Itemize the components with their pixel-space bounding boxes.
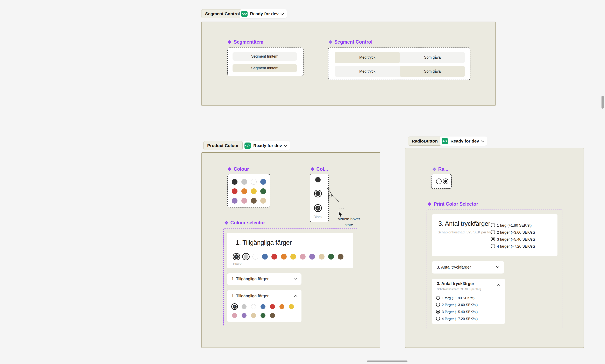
swatch-blue[interactable] [260, 304, 266, 309]
swatch-black-selected[interactable]: ✓ [314, 204, 322, 212]
swatch-yellow[interactable] [251, 188, 257, 194]
status-badge-product-colour[interactable]: Ready for dev [243, 141, 290, 150]
print-dropdown-expanded[interactable]: 3. Antal tryckfärger Schablonkostnad: 39… [432, 279, 505, 324]
radio-option-label[interactable]: 1 färg (+1.80 SEK/st) [497, 223, 532, 228]
swatch-brown[interactable] [270, 313, 275, 318]
check-icon: ✓ [235, 255, 238, 258]
status-badge-radiobutton[interactable]: Ready for dev [440, 137, 487, 146]
component-title-segment-control[interactable]: Segment Control [328, 39, 373, 45]
swatch-red[interactable] [271, 254, 277, 260]
swatch-green[interactable] [260, 313, 266, 318]
swatch-black-hover[interactable] [314, 190, 322, 197]
swatch-black-default[interactable] [315, 177, 321, 182]
dropdown-subtitle: Schablonkostnad: 395 SEK per färg [437, 287, 481, 291]
swatch-purple[interactable] [242, 313, 246, 318]
swatch-purple[interactable] [232, 198, 238, 204]
swatch-purple[interactable] [309, 254, 315, 260]
swatch-white[interactable] [253, 254, 258, 260]
radio-option-1[interactable] [436, 296, 440, 300]
radio-option-label[interactable]: 4 färger (+7.20 SEK/st) [442, 317, 478, 321]
swatch-blue[interactable] [262, 254, 268, 260]
status-badge-segment-control[interactable]: Ready for dev [240, 9, 287, 18]
component-title-col[interactable]: Col... [310, 166, 328, 172]
swatch-red[interactable] [232, 188, 238, 194]
colour-selector-card[interactable]: 1. Tillgängliga färger ✓ Black [227, 233, 353, 268]
colour-dropdown-collapsed[interactable]: 1. Tillgängliga färger [227, 273, 301, 285]
swatch-yellow[interactable] [290, 254, 296, 260]
radio-option-1[interactable] [491, 223, 495, 227]
swatch-gray-hover[interactable] [242, 253, 250, 260]
frame-colour[interactable] [227, 174, 270, 208]
vertical-scrollbar-thumb[interactable] [602, 96, 604, 109]
swatch-red[interactable] [270, 304, 275, 309]
horizontal-scrollbar-thumb[interactable] [367, 361, 407, 362]
radio-option-label[interactable]: 3 färger (+5.40 SEK/st) [497, 237, 535, 242]
radio-option-3-selected[interactable] [491, 237, 495, 241]
swatch-tan[interactable] [260, 198, 266, 204]
segmented-control-row2[interactable]: Med tryck Som gåva [335, 66, 465, 77]
radio-option-3-selected[interactable] [436, 310, 440, 314]
swatch-black-selected[interactable]: ✓ [231, 303, 238, 310]
component-title-colour[interactable]: Colour [227, 166, 249, 172]
segmented-control-row1[interactable]: Med tryck Som gåva [335, 52, 465, 63]
section-product-colour[interactable]: Colour Col... [202, 152, 380, 348]
colour-dropdown-expanded[interactable]: 1. Tillgängliga färger ✓ [227, 290, 301, 322]
swatch-tan[interactable] [251, 313, 256, 318]
radio-option-2[interactable] [436, 303, 440, 307]
section-tag-label: Product Colour [207, 143, 239, 148]
swatch-pink[interactable] [232, 313, 237, 318]
swatch-gray[interactable] [242, 304, 246, 309]
swatch-tan[interactable] [319, 254, 324, 260]
component-title-colour-selector[interactable]: Colour selector [224, 220, 265, 226]
section-radiobutton[interactable]: Ra... Print Color Selector 3. Antal tryc… [405, 148, 584, 348]
radio-option-4[interactable] [436, 317, 440, 321]
radio-selected[interactable] [443, 179, 448, 184]
section-tag-radiobutton[interactable]: RadioButton [408, 137, 442, 146]
swatch-pink[interactable] [241, 198, 247, 204]
component-title-ra[interactable]: Ra... [432, 166, 448, 172]
segment-som-gava[interactable]: Som gåva [400, 52, 465, 63]
radio-option-label[interactable]: 2 färger (+3.60 SEK/st) [497, 230, 535, 235]
segment-item-default[interactable]: Segment Inntem [232, 52, 297, 61]
radio-option-label[interactable]: 2 färger (+3.60 SEK/st) [442, 303, 478, 307]
frame-segment-control[interactable]: Med tryck Som gåva Med tryck Som gåva [328, 48, 471, 80]
section-segment-control[interactable]: SegmentItem Segment Inntem Segment Innte… [202, 22, 496, 106]
section-tag-segment-control[interactable]: Segment Control [201, 9, 244, 18]
swatch-blue[interactable] [260, 179, 266, 185]
component-title-print-color-selector[interactable]: Print Color Selector [427, 201, 478, 207]
swatch-gray[interactable] [241, 179, 247, 185]
segment-med-tryck[interactable]: Med tryck [335, 52, 400, 63]
swatch-white[interactable] [251, 304, 256, 309]
print-dropdown-collapsed[interactable]: 3. Antal tryckfärger [432, 261, 504, 273]
segment-med-tryck[interactable]: Med tryck [335, 66, 400, 77]
radio-option-label[interactable]: 4 färger (+7.20 SEK/st) [497, 244, 535, 249]
swatch-orange[interactable] [280, 304, 284, 309]
component-title-label: SegmentItem [234, 39, 263, 45]
component-title-segmentitem[interactable]: SegmentItem [227, 39, 263, 45]
swatch-pink[interactable] [300, 254, 306, 260]
section-tag-product-colour[interactable]: Product Colour [203, 141, 243, 150]
dropdown-label: 1. Tillgängliga färger [231, 277, 269, 281]
swatch-brown[interactable] [338, 254, 343, 260]
swatch-brown[interactable] [251, 198, 257, 204]
segment-item-selected[interactable]: Segment Inntem [232, 64, 297, 72]
radio-option-4[interactable] [491, 244, 495, 248]
swatch-black-selected[interactable]: ✓ [233, 253, 240, 260]
swatch-green[interactable] [328, 254, 334, 260]
segment-som-gava[interactable]: Som gåva [400, 66, 465, 77]
swatch-yellow[interactable] [289, 304, 294, 309]
frame-radiobutton[interactable] [431, 174, 452, 189]
swatch-white[interactable] [251, 179, 257, 185]
radio-option-2[interactable] [491, 230, 495, 234]
swatch-orange[interactable] [281, 254, 287, 260]
frame-segmentitem[interactable]: Segment Inntem Segment Inntem [227, 48, 304, 76]
segment-item-label: Segment Inntem [251, 66, 278, 70]
radio-unselected[interactable] [436, 179, 442, 184]
swatch-green[interactable] [260, 188, 266, 194]
print-subtitle: Schablonkostnad: 395 SEK per färg [438, 230, 493, 234]
swatch-orange[interactable] [241, 188, 247, 194]
swatch-black[interactable] [232, 179, 238, 185]
print-selector-card[interactable]: 3. Antal tryckfärger Schablonkostnad: 39… [432, 214, 557, 256]
radio-option-label[interactable]: 3 färger (+5.40 SEK/st) [442, 310, 478, 314]
radio-option-label[interactable]: 1 färg (+1.80 SEK/st) [442, 296, 474, 300]
